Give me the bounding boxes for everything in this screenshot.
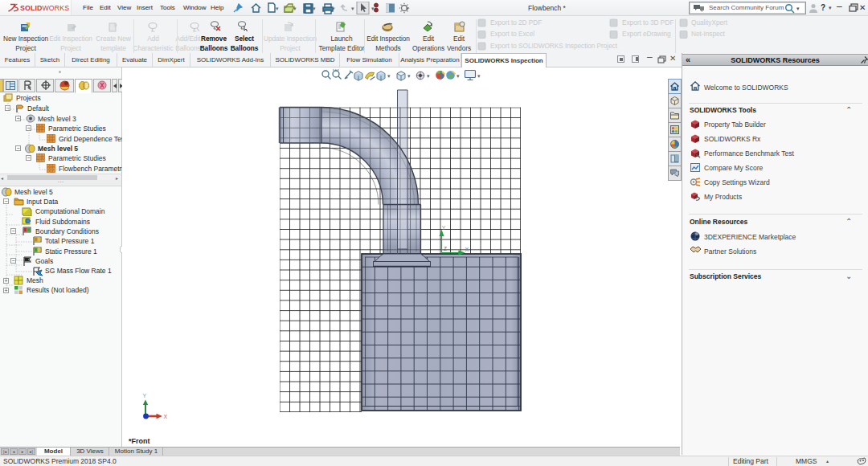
svg-text:SOLIDWORKS: SOLIDWORKS (20, 4, 69, 12)
svg-text:▾: ▾ (457, 73, 460, 79)
svg-text:▾: ▾ (477, 73, 481, 79)
svg-text:▾: ▾ (407, 73, 411, 79)
svg-text:▾: ▾ (427, 73, 430, 79)
svg-text:X: X (465, 247, 469, 252)
svg-text:Y: Y (143, 393, 147, 399)
svg-text:Z: Z (444, 246, 447, 251)
svg-text:X: X (164, 414, 168, 419)
svg-text:Y: Y (442, 225, 446, 231)
svg-text:▾: ▾ (387, 73, 391, 79)
